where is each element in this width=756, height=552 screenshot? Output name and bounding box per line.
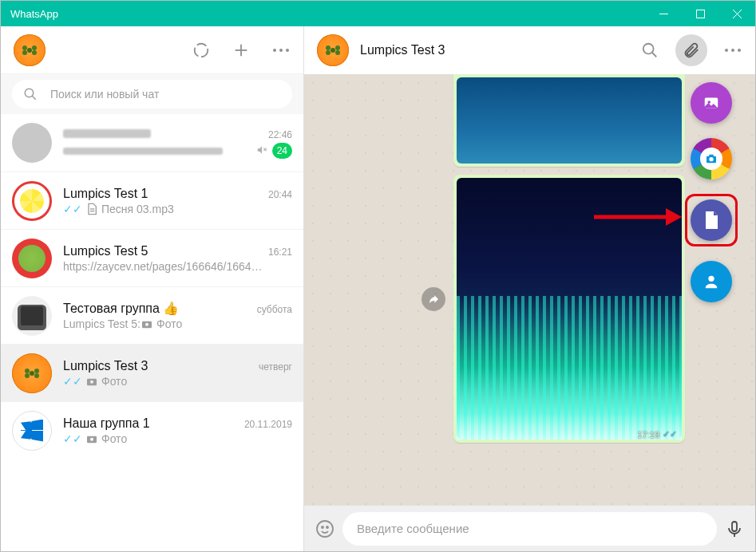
muted-icon: [256, 144, 267, 158]
chat-avatar: [12, 411, 52, 451]
message-bubble[interactable]: [453, 74, 685, 167]
app-title: WhatsApp: [10, 8, 58, 20]
search-icon: [23, 87, 38, 101]
chat-preview: Lumpics Test 5:: [63, 317, 141, 330]
left-pane: 22:46 24 Lumpics Test 1: [1, 26, 304, 551]
search-bar: [1, 74, 303, 114]
chat-avatar: [12, 296, 52, 336]
svg-point-8: [279, 49, 283, 52]
chat-messages-area[interactable]: 17:19 ✓✓: [304, 74, 755, 505]
svg-rect-1: [696, 10, 704, 18]
chat-avatar: [12, 123, 52, 163]
chat-search-icon[interactable]: [640, 41, 659, 60]
svg-point-9: [286, 49, 289, 52]
chat-name: Lumpics Test 5: [63, 244, 148, 258]
svg-point-17: [145, 323, 148, 326]
file-icon: [85, 203, 98, 215]
chat-name: Lumpics Test 3: [63, 359, 148, 373]
chat-time: 20:44: [268, 189, 292, 200]
message-image[interactable]: [457, 77, 682, 164]
chat-header-avatar[interactable]: [317, 34, 349, 66]
chat-menu-icon[interactable]: [723, 41, 742, 60]
svg-point-35: [317, 521, 333, 537]
highlight-annotation: [685, 194, 738, 246]
paperclip-icon: [683, 41, 700, 59]
message-input-bar: [304, 505, 755, 551]
chat-list-item[interactable]: Наша группа 1 20.11.2019 ✓✓ Фото: [1, 401, 303, 459]
svg-point-37: [327, 526, 328, 528]
search-box[interactable]: [12, 80, 292, 108]
read-ticks-icon: ✓✓: [63, 376, 82, 387]
svg-point-21: [90, 437, 93, 440]
left-header: [1, 26, 303, 74]
message-input-box[interactable]: [342, 512, 717, 546]
chat-list-item[interactable]: Тестовая группа 👍 суббота Lumpics Test 5…: [1, 286, 303, 344]
svg-point-36: [322, 526, 323, 528]
svg-rect-38: [732, 522, 737, 531]
right-pane: Lumpics Test 3: [304, 26, 755, 551]
svg-point-22: [643, 44, 654, 54]
chat-time: четверг: [259, 361, 292, 373]
svg-point-19: [90, 380, 93, 383]
chat-preview-photo: Фото: [156, 317, 182, 330]
chat-time: суббота: [257, 304, 292, 315]
chat-list-item[interactable]: Lumpics Test 1 20:44 ✓✓ Песня 03.mp3: [1, 172, 303, 229]
chat-name: Наша группа 1: [63, 416, 150, 431]
svg-point-32: [708, 276, 714, 282]
camera-icon: [141, 317, 153, 330]
unread-badge: 24: [272, 143, 292, 159]
read-ticks-icon: ✓✓: [63, 203, 82, 215]
emoji-button[interactable]: [315, 519, 334, 538]
chat-list-item[interactable]: Lumpics Test 3 четверг ✓✓ Фото: [1, 344, 303, 401]
window-minimize-button[interactable]: [645, 1, 682, 26]
svg-point-26: [738, 49, 741, 52]
svg-marker-34: [666, 208, 682, 226]
camera-icon: [85, 432, 98, 445]
arrow-annotation: [594, 205, 682, 229]
chat-preview: Песня 03.mp3: [101, 203, 174, 215]
chat-avatar: [12, 353, 52, 393]
attach-photo-video-button[interactable]: [691, 82, 732, 124]
forward-button[interactable]: [422, 287, 445, 311]
attach-contact-button[interactable]: [691, 261, 732, 302]
svg-point-25: [731, 49, 734, 52]
chat-time: 16:21: [268, 246, 292, 258]
chat-list-item[interactable]: Lumpics Test 5 16:21 https://zaycev.net/…: [1, 229, 303, 286]
voice-message-button[interactable]: [725, 519, 744, 538]
menu-icon[interactable]: [271, 41, 291, 60]
window-titlebar: WhatsApp: [1, 1, 755, 26]
attach-button[interactable]: [675, 34, 707, 66]
chat-preview-photo: Фото: [101, 375, 127, 388]
chat-preview: https://zaycev.net/pages/166646/1664…: [63, 260, 263, 273]
chat-preview: [63, 144, 223, 157]
chat-header-title[interactable]: Lumpics Test 3: [360, 43, 445, 57]
window-close-button[interactable]: [718, 1, 755, 26]
attach-camera-button[interactable]: [691, 138, 732, 179]
svg-line-11: [32, 96, 36, 100]
svg-point-4: [195, 43, 208, 57]
svg-point-10: [25, 89, 34, 97]
svg-point-24: [725, 49, 728, 52]
chat-name: [63, 127, 151, 141]
search-input[interactable]: [50, 88, 281, 101]
chat-header: Lumpics Test 3: [304, 26, 755, 74]
attachment-menu: [685, 82, 738, 302]
chat-time: 22:46: [268, 129, 292, 140]
chat-name: Lumpics Test 1: [63, 187, 148, 201]
svg-point-30: [709, 157, 713, 161]
status-icon[interactable]: [192, 41, 211, 60]
svg-line-23: [652, 53, 657, 57]
message-input[interactable]: [357, 522, 703, 535]
read-ticks-icon: ✓✓: [63, 433, 82, 444]
chat-time: 20.11.2019: [244, 419, 292, 430]
window-maximize-button[interactable]: [682, 1, 718, 26]
svg-point-7: [273, 49, 276, 52]
new-chat-icon[interactable]: [232, 41, 251, 60]
my-avatar[interactable]: [14, 34, 46, 66]
chat-list-item[interactable]: 22:46 24: [1, 114, 303, 172]
chat-list: 22:46 24 Lumpics Test 1: [1, 114, 303, 551]
chat-preview-photo: Фото: [101, 432, 127, 445]
camera-icon: [85, 375, 98, 388]
svg-rect-31: [709, 155, 713, 157]
attach-document-button[interactable]: [691, 199, 732, 241]
